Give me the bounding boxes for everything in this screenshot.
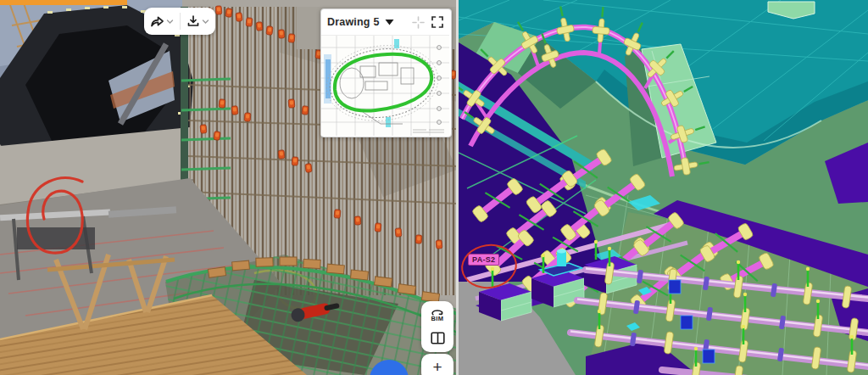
- download-button[interactable]: [181, 8, 216, 35]
- drawing-selector[interactable]: Drawing 5: [327, 16, 394, 28]
- zoom-in-button[interactable]: +: [421, 354, 453, 375]
- pane-divider[interactable]: [456, 0, 459, 375]
- fullscreen-drawing-button[interactable]: [430, 14, 445, 30]
- floor-plan: [321, 36, 449, 136]
- fullscreen-icon: [431, 16, 443, 28]
- crosshair-icon: [412, 16, 425, 29]
- drawing-thumbnail[interactable]: [321, 35, 449, 136]
- bim-model-viewport[interactable]: [459, 0, 868, 375]
- locate-on-drawing-button[interactable]: [410, 14, 426, 30]
- view-mode-controls: BIM: [421, 301, 453, 352]
- drawing-title: Drawing 5: [327, 16, 380, 28]
- bim-toggle-button[interactable]: BIM: [423, 304, 452, 327]
- reality-capture-app: PA-S2 Drawing 5: [0, 0, 868, 375]
- share-arrow-icon: [150, 14, 164, 28]
- share-button[interactable]: [144, 8, 180, 35]
- element-tag: PA-S2: [468, 254, 499, 266]
- drawing-panel: Drawing 5: [320, 8, 452, 137]
- split-view-icon: [431, 332, 445, 344]
- triangle-down-icon: [385, 19, 394, 25]
- chevron-down-icon: [166, 18, 174, 25]
- photo-toolbar: [144, 8, 215, 35]
- split-view-button[interactable]: [423, 327, 452, 350]
- download-icon: [186, 14, 200, 28]
- bim-toggle-label: BIM: [431, 316, 444, 322]
- drawing-panel-header: Drawing 5: [321, 9, 451, 35]
- chevron-down-icon: [202, 18, 209, 25]
- bim-model: [459, 0, 868, 375]
